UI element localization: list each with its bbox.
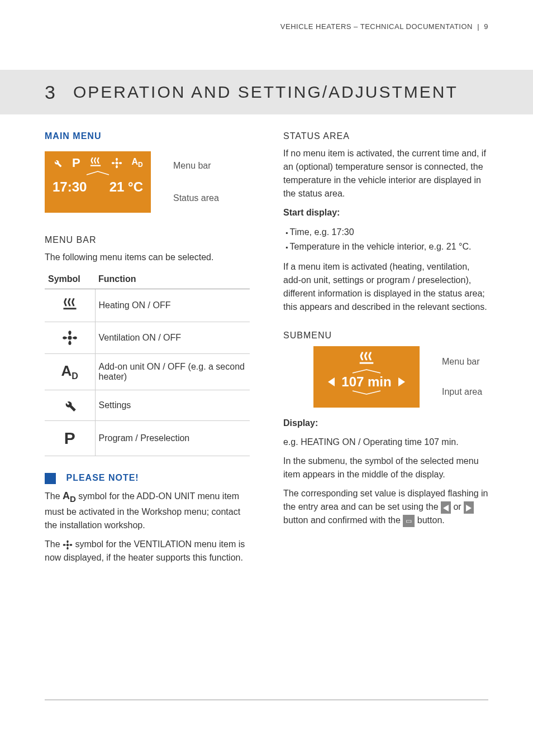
start-display-list: Time, e.g. 17:30 Temperature in the vehi… [283,225,488,253]
left-arrow-icon [328,377,335,386]
submenu-value: 107 min [341,374,391,390]
symbol-table: Symbol Function Heating ON / OFF Ventila… [45,270,250,456]
ventilation-icon [45,322,95,354]
list-item: Time, e.g. 17:30 [285,225,488,240]
right-column: STATUS AREA If no menu item is activated… [283,131,488,570]
note-title: PLEASE NOTE! [66,473,139,482]
fn-cell: Ventilation ON / OFF [95,322,250,354]
ok-button-icon: ▭ [403,515,415,527]
left-button-icon [441,501,451,514]
menubar-heading: MENU BAR [45,235,250,245]
display-label: Display: [283,417,488,430]
ventilation-icon [111,157,122,169]
ventilation-icon [63,540,73,550]
chapter-number: 3 [45,82,56,103]
menubar-intro: The following menu items can be selected… [45,251,250,264]
svg-point-1 [115,162,118,165]
table-row: Settings [45,390,250,421]
svg-point-3 [68,336,72,340]
table-row: Ventilation ON / OFF [45,322,250,354]
svg-point-4 [66,544,69,547]
note-flag-icon [45,473,56,484]
note-block: PLEASE NOTE! The AD symbol for the ADD-O… [45,473,250,564]
selection-caret [45,170,151,176]
submenu-heading: SUBMENU [283,331,488,341]
status-p2: If a menu item is activated (heating, ve… [283,260,488,314]
main-menu-heading: MAIN MENU [45,131,250,141]
status-p1: If no menu item is activated, the curren… [283,147,488,200]
display-eg: e.g. HEATING ON / Operating time 107 min… [283,436,488,449]
sub-p2: The corresponding set value is displayed… [283,487,488,527]
display-time: 17:30 [53,179,87,195]
menubar-label: Menu bar [173,161,219,171]
main-display: P AD 17:30 21 °C [45,151,151,213]
table-row: Heating ON / OFF [45,289,250,322]
page-header: VEHICLE HEATERS – TECHNICAL DOCUMENTATIO… [45,22,488,31]
caret-down-icon [350,390,383,395]
fn-cell: Program / Preselection [95,421,250,456]
submenu-display: 107 min [313,346,420,408]
fn-cell: Add-on unit ON / OFF (e.g. a second heat… [95,354,250,390]
th-symbol: Symbol [45,270,95,289]
addon-icon: AD [63,490,76,501]
caret-up-icon [350,369,383,374]
display-temp: 21 °C [110,179,143,195]
note-p1: The AD symbol for the ADD-ON UNIT menu i… [45,489,250,532]
doc-title: VEHICLE HEATERS – TECHNICAL DOCUMENTATIO… [280,22,473,31]
input-label: Input area [442,387,482,397]
note-p2: The symbol for the VENTILATION menu item… [45,538,250,564]
heating-icon [89,156,102,170]
main-display-row: P AD 17:30 21 °C Menu [45,151,250,213]
list-item: Temperature in the vehicle interior, e.g… [285,240,488,254]
right-arrow-icon [398,377,405,386]
fn-cell: Heating ON / OFF [95,289,250,322]
chapter-title: OPERATION AND SETTING/ADJUSTMENT [73,83,458,102]
start-display-label: Start display: [283,206,488,219]
heating-icon [313,351,420,369]
wrench-icon [45,390,95,421]
th-function: Function [95,270,250,289]
addon-icon: AD [45,354,95,390]
status-heading: STATUS AREA [283,131,488,141]
fn-cell: Settings [95,390,250,421]
wrench-icon [53,158,63,168]
chapter-bar: 3 OPERATION AND SETTING/ADJUSTMENT [0,70,533,114]
table-row: P Program / Preselection [45,421,250,456]
menubar-label: Menu bar [442,357,482,367]
submenu-display-row: 107 min Menu bar Input area [283,346,488,408]
page-number: 9 [484,22,488,31]
left-column: MAIN MENU P AD [45,131,250,570]
sub-p1: In the submenu, the symbol of the select… [283,454,488,481]
footer-rule [45,700,488,700]
program-icon: P [45,421,95,456]
table-row: AD Add-on unit ON / OFF (e.g. a second h… [45,354,250,390]
right-button-icon [464,501,474,514]
addon-icon: AD [131,157,142,169]
heating-icon [45,289,95,322]
status-label: Status area [173,193,219,203]
program-icon: P [72,156,80,170]
